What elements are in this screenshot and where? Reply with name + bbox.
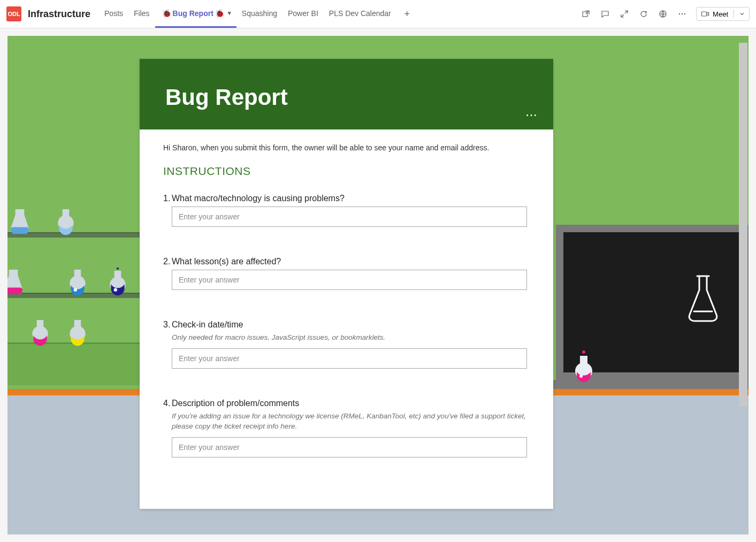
svg-point-8	[114, 288, 117, 292]
question-text: Description of problem/comments	[172, 399, 530, 408]
bg-flask	[570, 350, 597, 384]
tab-content: Bug Report ⋯ Hi Sharon, when you submit …	[7, 36, 749, 535]
question-3: 3. Check-in date/time Only needed for ma…	[163, 320, 530, 369]
question-number: 3.	[163, 320, 172, 330]
chevron-down-icon[interactable]: ▾	[228, 10, 231, 17]
reload-icon[interactable]	[635, 5, 652, 22]
channel-tabs: Posts Files 🐞 Bug Report 🐞 ▾ Squashing P…	[99, 0, 416, 28]
scrollbar[interactable]	[739, 43, 747, 407]
team-avatar: ODL	[6, 6, 21, 21]
topbar-actions: Meet	[577, 5, 750, 22]
video-icon	[701, 10, 709, 18]
svg-point-9	[582, 350, 585, 354]
form-body: Hi Sharon, when you submit this form, th…	[140, 129, 553, 509]
form-card: Bug Report ⋯ Hi Sharon, when you submit …	[140, 59, 553, 509]
answer-input-3[interactable]	[172, 348, 527, 369]
svg-point-10	[579, 375, 583, 378]
form-title: Bug Report	[165, 85, 528, 110]
meet-button[interactable]: Meet	[696, 7, 750, 21]
answer-input-2[interactable]	[172, 270, 527, 290]
tab-pls-dev-calendar[interactable]: PLS Dev Calendar	[324, 0, 396, 28]
form-more-icon[interactable]: ⋯	[525, 108, 538, 122]
bg-flask	[55, 207, 77, 236]
tab-label: Bug Report	[173, 9, 213, 18]
question-4: 4. Description of problem/comments If yo…	[163, 399, 530, 457]
tab-label: Squashing	[242, 9, 277, 18]
more-icon[interactable]	[674, 5, 691, 22]
tab-files[interactable]: Files	[128, 0, 155, 28]
section-title: INSTRUCTIONS	[163, 165, 530, 178]
tab-label: Power BI	[288, 9, 318, 18]
bg-chalk-flask	[684, 273, 722, 324]
answer-input-1[interactable]	[172, 207, 527, 227]
tab-squashing[interactable]: Squashing	[236, 0, 282, 28]
question-text: What macro/technology is causing problem…	[172, 194, 530, 203]
tab-power-bi[interactable]: Power BI	[282, 0, 324, 28]
bg-flask	[9, 207, 31, 236]
bg-flask	[66, 317, 89, 347]
bg-flask	[7, 267, 25, 297]
content-wrapper: Bug Report ⋯ Hi Sharon, when you submit …	[0, 28, 756, 542]
svg-point-6	[74, 288, 77, 292]
expand-icon[interactable]	[616, 5, 633, 22]
chat-icon[interactable]	[597, 5, 614, 22]
svg-rect-0	[583, 12, 587, 17]
team-name: Infrastructure	[28, 9, 90, 20]
question-text: What lesson(s) are affected?	[172, 257, 530, 266]
question-number: 1.	[163, 194, 172, 203]
bug-icon: 🐞	[162, 9, 171, 18]
question-number: 4.	[163, 399, 172, 408]
svg-point-3	[682, 13, 683, 14]
add-tab-button[interactable]: +	[399, 5, 416, 22]
bg-flask	[29, 317, 51, 347]
question-text: Check-in date/time	[172, 320, 530, 330]
popout-icon[interactable]	[577, 5, 594, 22]
tab-label: Posts	[104, 9, 123, 18]
globe-icon[interactable]	[654, 5, 671, 22]
answer-input-4[interactable]	[172, 437, 527, 457]
tab-label: PLS Dev Calendar	[329, 9, 391, 18]
question-number: 2.	[163, 257, 172, 266]
bg-table	[7, 342, 147, 385]
app-topbar: ODL Infrastructure Posts Files 🐞 Bug Rep…	[0, 0, 756, 28]
privacy-note: Hi Sharon, when you submit this form, th…	[163, 143, 530, 152]
svg-point-7	[117, 268, 119, 270]
svg-point-4	[684, 13, 685, 14]
bg-flask	[106, 267, 129, 297]
meet-label: Meet	[713, 10, 728, 18]
tab-label: Files	[134, 9, 150, 18]
question-hint: If you're adding an issue for a technolo…	[172, 411, 530, 432]
bug-icon: 🐞	[215, 9, 224, 18]
divider	[734, 10, 734, 18]
question-2: 2. What lesson(s) are affected?	[163, 257, 530, 290]
question-1: 1. What macro/technology is causing prob…	[163, 194, 530, 227]
tab-posts[interactable]: Posts	[99, 0, 128, 28]
svg-rect-5	[702, 12, 707, 16]
tab-bug-report[interactable]: 🐞 Bug Report 🐞 ▾	[155, 0, 236, 28]
question-hint: Only needed for macro issues, JavaScript…	[172, 333, 530, 343]
bg-flask	[66, 267, 89, 297]
chevron-down-icon[interactable]	[739, 11, 745, 17]
form-header: Bug Report ⋯	[140, 59, 553, 129]
svg-point-2	[679, 13, 680, 14]
